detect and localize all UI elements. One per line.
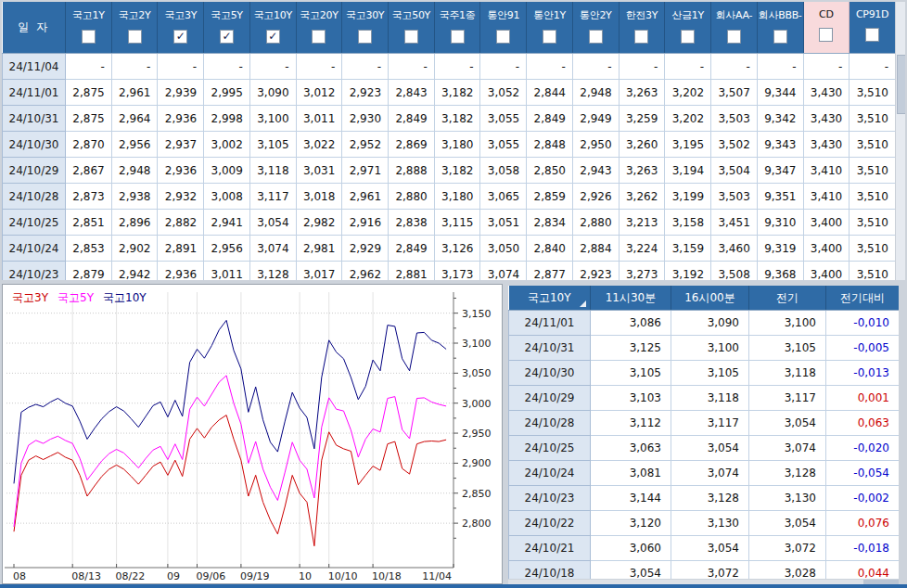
column-checkbox-한전3Y[interactable] — [634, 30, 648, 44]
value-cell: 2,916 — [342, 210, 389, 236]
change-cell: -0,018 — [826, 536, 900, 561]
change-cell: 0,063 — [826, 411, 900, 436]
column-checkbox-국주1종[interactable] — [451, 30, 465, 44]
column-header-통안2Y: 통안2Y — [572, 2, 619, 54]
value-cell: 2,961 — [111, 80, 158, 106]
value-cell: 3,180 — [434, 132, 480, 158]
value-cell: 3,451 — [711, 210, 758, 236]
column-checkbox-통안1Y[interactable] — [543, 30, 556, 44]
value-cell: 2,941 — [204, 210, 250, 236]
value-cell: 2,848 — [527, 132, 573, 158]
column-checkbox-회사AA-[interactable] — [727, 30, 741, 44]
date-cell: 24/10/29 — [3, 158, 66, 184]
column-checkbox-국고2Y[interactable] — [128, 30, 142, 44]
value-cell: - — [850, 54, 896, 80]
column-checkbox-국고1Y[interactable] — [82, 30, 96, 44]
value-cell: 2,982 — [296, 210, 342, 236]
value-cell: - — [619, 54, 665, 80]
date-cell: 24/10/18 — [509, 561, 591, 580]
column-checkbox-통안2Y[interactable] — [589, 30, 603, 44]
value-cell: 2,923 — [342, 80, 389, 106]
detail-row: 24/10/313,1253,1003,105-0,005 — [509, 336, 900, 361]
column-checkbox-회사BBB-[interactable] — [773, 30, 787, 44]
value-cell: 3,008 — [204, 184, 250, 210]
detail-header-전기대비[interactable]: 전기대비 — [826, 286, 900, 311]
top-table-vscrollbar[interactable] — [895, 2, 905, 280]
detail-header-전기[interactable]: 전기 — [749, 286, 826, 311]
quote-row: 24/10/312,8752,9642,9362,9983,1003,0112,… — [3, 106, 896, 132]
value-cell: 3,050 — [480, 236, 527, 262]
y-tick-label: 2,950 — [462, 428, 492, 440]
value-cell: 3,009 — [204, 158, 250, 184]
value-cell: 2,936 — [158, 158, 204, 184]
time-1600-cell: 3,118 — [671, 386, 749, 411]
value-cell: 3,182 — [434, 158, 480, 184]
column-header-국고20Y: 국고20Y — [296, 2, 342, 54]
value-cell: 2,961 — [342, 184, 389, 210]
value-cell: - — [389, 54, 435, 80]
column-checkbox-국고3Y[interactable]: ✓ — [173, 30, 187, 44]
change-cell: -0,010 — [826, 311, 900, 336]
column-checkbox-통안91[interactable] — [496, 30, 510, 44]
date-cell: 24/10/28 — [3, 184, 66, 210]
time-1130-cell: 3,063 — [591, 436, 671, 461]
date-cell: 24/10/31 — [509, 336, 591, 361]
value-cell: 2,840 — [527, 236, 573, 262]
column-checkbox-국고50Y[interactable] — [404, 30, 418, 44]
legend-item-국고5Y: 국고5Y — [57, 291, 95, 304]
sort-indicator-icon — [580, 300, 586, 307]
quote-row: 24/11/012,8752,9612,9392,9953,0903,0122,… — [3, 80, 896, 106]
value-cell: 2,926 — [572, 184, 619, 210]
quote-row: 24/10/292,8672,9482,9363,0093,1183,0312,… — [3, 158, 896, 184]
value-cell: 3,202 — [665, 106, 711, 132]
detail-header-16시00분[interactable]: 16시00분 — [671, 286, 749, 311]
time-1130-cell: 3,112 — [591, 411, 671, 436]
value-cell: - — [342, 54, 389, 80]
detail-header-11시30분[interactable]: 11시30분 — [591, 286, 671, 311]
top-table-body: 24/11/04------------------24/11/012,8752… — [3, 54, 896, 281]
value-cell: 3,074 — [480, 262, 527, 281]
ktb10y-detail-table: 국고10Y11시30분16시00분전기전기대비 24/11/013,0863,0… — [508, 286, 899, 579]
quote-row: 24/11/04------------------ — [3, 54, 896, 80]
column-label: CD — [804, 8, 850, 20]
value-cell: 2,981 — [296, 236, 342, 262]
value-cell: 3,115 — [434, 210, 480, 236]
value-cell: 3,074 — [249, 236, 296, 262]
value-cell: 2,875 — [66, 106, 112, 132]
column-checkbox-국고5Y[interactable]: ✓ — [220, 30, 234, 44]
value-cell: 3,400 — [803, 236, 850, 262]
column-checkbox-산금1Y[interactable] — [681, 30, 695, 44]
quote-row: 24/10/242,8532,9022,8912,9563,0742,9812,… — [3, 236, 896, 262]
y-tick-label: 2,850 — [462, 488, 492, 500]
value-cell: 3,182 — [434, 80, 480, 106]
time-1600-cell: 3,054 — [671, 536, 749, 561]
value-cell: 2,884 — [572, 236, 619, 262]
time-1600-cell: 3,100 — [671, 336, 749, 361]
legend-item-국고3Y: 국고3Y — [12, 291, 49, 304]
time-1600-cell: 3,128 — [671, 486, 749, 511]
value-cell: 3,011 — [204, 262, 250, 281]
value-cell: 3,054 — [249, 210, 296, 236]
prev-cell: 3,128 — [749, 461, 826, 486]
detail-header-series[interactable]: 국고10Y — [509, 286, 591, 311]
value-cell: - — [434, 54, 480, 80]
date-cell: 24/10/21 — [509, 536, 591, 561]
vscrollbar-thumb[interactable] — [897, 55, 905, 114]
change-cell: -0,013 — [826, 361, 900, 386]
column-checkbox-국고30Y[interactable] — [358, 30, 372, 44]
date-cell: 24/10/24 — [3, 236, 66, 262]
column-checkbox-CD[interactable] — [819, 28, 833, 42]
time-1130-cell: 3,086 — [591, 311, 671, 336]
prev-cell: 3,072 — [749, 536, 826, 561]
time-1130-cell: 3,105 — [591, 361, 671, 386]
column-checkbox-국고10Y[interactable]: ✓ — [266, 30, 280, 44]
value-cell: 3,199 — [665, 184, 711, 210]
value-cell: 2,962 — [342, 262, 389, 281]
time-1600-cell: 3,117 — [671, 411, 749, 436]
column-label: 산금1Y — [665, 8, 710, 22]
column-checkbox-국고20Y[interactable] — [312, 30, 326, 44]
quote-row: 24/10/232,8792,9422,9363,0113,1283,0172,… — [3, 262, 896, 281]
time-1600-cell: 3,074 — [671, 461, 749, 486]
column-checkbox-CP91D[interactable] — [865, 28, 879, 42]
column-header-산금1Y: 산금1Y — [665, 2, 711, 54]
